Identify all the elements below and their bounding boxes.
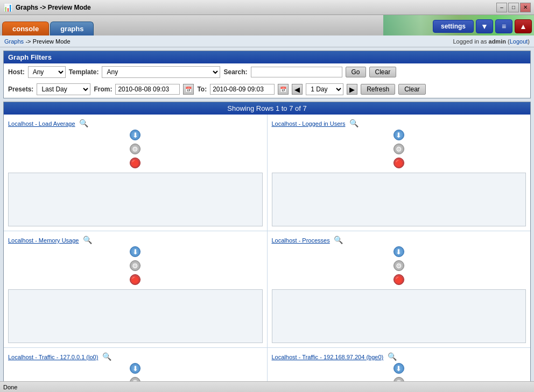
graph-icon-delete-3[interactable]: 🔴 — [130, 274, 140, 285]
graph-title-4[interactable]: Localhost - Processes — [272, 237, 330, 244]
zoom-icon-5[interactable]: 🔍 — [102, 352, 111, 361]
settings-button[interactable]: settings — [433, 20, 474, 33]
graph-icon-down-4[interactable]: ⬇ — [394, 246, 404, 257]
alarm-icon-button[interactable]: ▲ — [515, 19, 532, 33]
graph-icon-down-5[interactable]: ⬇ — [130, 363, 140, 374]
graph-cell-4: Localhost - Processes 🔍 ⬇ ⚙ 🔴 — [268, 231, 531, 347]
go-button[interactable]: Go — [346, 67, 366, 77]
close-button[interactable]: ✕ — [520, 3, 531, 12]
graph-title-6[interactable]: Localhost - Traffic - 192.168.97.204 (bg… — [272, 354, 384, 360]
host-select[interactable]: Any — [28, 66, 66, 78]
help-icon-button[interactable]: ▼ — [476, 19, 493, 33]
next-timespan-button[interactable]: ▶ — [347, 84, 357, 95]
graphs-tab[interactable]: graphs — [50, 22, 94, 35]
main-content: Graph Filters Host: Any Template: Any Se… — [0, 47, 534, 381]
zoom-icon-2[interactable]: 🔍 — [349, 119, 359, 127]
graph-icon-down-3[interactable]: ⬇ — [130, 246, 140, 257]
graph-icons-5: ⬇ ⚙ 🔴 — [8, 363, 263, 381]
graph-area-3 — [8, 289, 263, 343]
template-label: Template: — [69, 68, 99, 76]
login-info: Logged in as admin (Logout) — [453, 38, 530, 45]
zoom-icon-4[interactable]: 🔍 — [334, 236, 343, 244]
graph-title-1[interactable]: Localhost - Load Average — [8, 120, 75, 127]
status-bar: Done — [0, 381, 534, 392]
graph-icon-down-2[interactable]: ⬇ — [394, 130, 404, 140]
graph-icon-down-1[interactable]: ⬇ — [130, 130, 140, 140]
graph-icon-settings-2[interactable]: ⚙ — [394, 144, 404, 154]
filters-row-2: Presets: Last Day Last Hour Last Week La… — [4, 81, 530, 98]
prev-timespan-button[interactable]: ◀ — [292, 84, 303, 95]
host-label: Host: — [8, 68, 25, 76]
refresh-button[interactable]: Refresh — [361, 84, 395, 95]
console-tab[interactable]: console — [2, 22, 49, 35]
presets-select[interactable]: Last Day Last Hour Last Week Last Month — [37, 83, 90, 95]
graph-cell-2: Localhost - Logged in Users 🔍 ⬇ ⚙ 🔴 — [268, 115, 531, 231]
window-title: Graphs -> Preview Mode — [16, 4, 496, 11]
to-date-input[interactable] — [210, 84, 275, 95]
graph-icon-settings-4[interactable]: ⚙ — [394, 260, 404, 271]
graph-area-4 — [272, 289, 526, 343]
help-icon: ▼ — [481, 22, 488, 31]
nav-bar: console graphs settings ▼ ≡ ▲ — [0, 15, 534, 35]
menu-icon: ≡ — [502, 22, 506, 31]
from-calendar-button[interactable]: 📅 — [183, 84, 194, 95]
clear-button[interactable]: Clear — [369, 67, 397, 77]
graph-icon-settings-5[interactable]: ⚙ — [130, 377, 140, 381]
filters-row-1: Host: Any Template: Any Search: Go Clear — [4, 63, 530, 81]
graph-icons-1: ⬇ ⚙ 🔴 — [8, 130, 263, 168]
nav-right-buttons: settings ▼ ≡ ▲ — [433, 19, 532, 33]
menu-icon-button[interactable]: ≡ — [495, 19, 512, 33]
breadcrumb-current: Preview Mode — [33, 38, 71, 45]
graph-icons-6: ⬇ ⚙ 🔴 — [272, 363, 526, 381]
graph-icons-4: ⬇ ⚙ 🔴 — [272, 246, 526, 285]
graph-icons-2: ⬇ ⚙ 🔴 — [272, 130, 526, 168]
presets-label: Presets: — [8, 85, 33, 93]
template-select[interactable]: Any — [102, 66, 220, 78]
title-bar: 📊 Graphs -> Preview Mode – □ ✕ — [0, 0, 534, 15]
to-calendar-button[interactable]: 📅 — [278, 84, 289, 95]
graph-icon-down-6[interactable]: ⬇ — [394, 363, 404, 374]
graph-icon-delete-4[interactable]: 🔴 — [394, 274, 404, 285]
graphs-grid: Localhost - Load Average 🔍 ⬇ ⚙ 🔴 Localho… — [4, 115, 530, 381]
graph-title-3[interactable]: Localhost - Memory Usage — [8, 237, 79, 244]
timespan-select[interactable]: 1 Day 1 Hour 1 Week 1 Month — [306, 83, 343, 95]
zoom-icon-3[interactable]: 🔍 — [83, 236, 92, 244]
search-label: Search: — [223, 68, 247, 76]
window-controls: – □ ✕ — [496, 3, 531, 12]
graph-title-2[interactable]: Localhost - Logged in Users — [272, 120, 346, 127]
breadcrumb-separator: -> — [25, 38, 31, 45]
zoom-icon-6[interactable]: 🔍 — [388, 352, 397, 361]
graph-icon-delete-2[interactable]: 🔴 — [394, 158, 404, 168]
graph-icon-delete-1[interactable]: 🔴 — [130, 158, 140, 168]
search-input[interactable] — [251, 67, 342, 77]
breadcrumb-link[interactable]: Graphs — [4, 38, 24, 45]
graph-cell-6: Localhost - Traffic - 192.168.97.204 (bg… — [268, 348, 531, 381]
logged-in-user: admin — [489, 38, 506, 45]
status-text: Done — [3, 384, 17, 390]
results-header: Showing Rows 1 to 7 of 7 — [4, 102, 530, 115]
graph-icon-settings-6[interactable]: ⚙ — [394, 377, 404, 381]
filters-panel: Graph Filters Host: Any Template: Any Se… — [3, 51, 531, 98]
restore-button[interactable]: □ — [508, 3, 519, 12]
graph-area-2 — [272, 173, 526, 226]
breadcrumb-bar: Graphs -> Preview Mode Logged in as admi… — [0, 35, 534, 47]
graph-cell-1: Localhost - Load Average 🔍 ⬇ ⚙ 🔴 — [4, 115, 267, 231]
from-date-input[interactable] — [115, 84, 180, 95]
graph-area-1 — [8, 173, 263, 226]
window-icon: 📊 — [3, 3, 12, 12]
clear2-button[interactable]: Clear — [398, 84, 426, 95]
breadcrumb: Graphs -> Preview Mode — [4, 38, 71, 45]
results-panel: Showing Rows 1 to 7 of 7 Localhost - Loa… — [3, 102, 531, 381]
zoom-icon-1[interactable]: 🔍 — [79, 119, 88, 127]
graph-icon-settings-1[interactable]: ⚙ — [130, 144, 140, 154]
graph-cell-5: Localhost - Traffic - 127.0.0.1 (lo0) 🔍 … — [4, 348, 267, 381]
graph-title-5[interactable]: Localhost - Traffic - 127.0.0.1 (lo0) — [8, 354, 98, 360]
minimize-button[interactable]: – — [496, 3, 507, 12]
logout-link[interactable]: Logout — [510, 38, 528, 45]
graph-icon-settings-3[interactable]: ⚙ — [130, 260, 140, 271]
graph-icons-3: ⬇ ⚙ 🔴 — [8, 246, 263, 285]
to-label: To: — [197, 85, 207, 93]
alarm-icon: ▲ — [519, 22, 527, 31]
filters-title: Graph Filters — [4, 51, 530, 63]
graph-cell-3: Localhost - Memory Usage 🔍 ⬇ ⚙ 🔴 — [4, 231, 267, 347]
